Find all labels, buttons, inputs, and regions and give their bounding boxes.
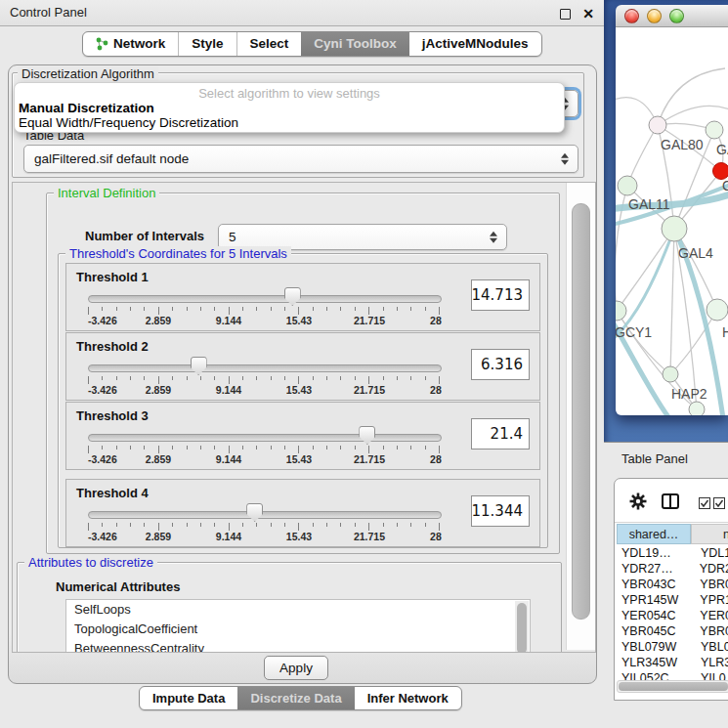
bottom-tabbar: Impute Data Discretize Data Infer Networ… — [139, 686, 462, 710]
tick-mark — [298, 376, 299, 384]
tick-mark — [368, 523, 369, 531]
close-icon[interactable]: ✕ — [582, 1, 594, 26]
tick-mark — [187, 523, 188, 527]
node-h[interactable] — [707, 299, 728, 321]
network-window-titlebar[interactable] — [616, 5, 728, 27]
node-gal11[interactable] — [618, 176, 637, 195]
dropdown-hint: Select algorithm to view settings — [15, 86, 564, 101]
tick-mark — [88, 307, 89, 315]
tab-cyni-toolbox[interactable]: Cyni Toolbox — [301, 32, 409, 56]
minimize-traffic-light-icon[interactable] — [647, 9, 662, 23]
apply-button[interactable]: Apply — [264, 656, 328, 680]
column-header-name[interactable]: name — [691, 524, 728, 544]
node-gcy1[interactable] — [616, 301, 626, 321]
tab-discretize-data[interactable]: Discretize Data — [237, 687, 354, 709]
table-row[interactable]: YDL19…YDL1 — [617, 545, 728, 561]
table-data-select[interactable]: galFiltered.sif default node — [23, 145, 578, 173]
threshold-2-value-field[interactable]: 6.316 — [471, 349, 530, 380]
tick-mark — [229, 446, 230, 453]
node-hap2[interactable] — [663, 366, 678, 382]
scrollbar-thumb[interactable] — [517, 603, 527, 653]
tick-mark — [187, 446, 188, 450]
threshold-2-slider-thumb[interactable] — [191, 357, 207, 375]
tick-mark — [425, 376, 426, 380]
node-gal4[interactable] — [662, 216, 687, 241]
network-icon — [96, 37, 108, 51]
scrollbar-thumb[interactable] — [572, 203, 590, 620]
tick-mark — [355, 523, 356, 527]
tick-mark — [313, 376, 314, 380]
tick-mark — [116, 523, 117, 527]
node-label-hap2: HAP2 — [671, 386, 707, 402]
threshold-1-panel: Threshold 1 -3.426 2.859 9.144 15.43 21.… — [65, 263, 540, 331]
dropdown-option-manual-discretization[interactable]: Manual Discretization — [19, 101, 154, 115]
tick-mark — [242, 307, 243, 311]
columns-icon[interactable] — [662, 493, 679, 509]
node-red-selected[interactable] — [713, 163, 728, 180]
scrollbar-thumb[interactable] — [619, 682, 728, 691]
tab-select[interactable]: Select — [236, 32, 302, 56]
column-header-shared-name[interactable]: shared… — [617, 524, 691, 544]
close-traffic-light-icon[interactable] — [624, 9, 639, 23]
tab-style[interactable]: Style — [178, 32, 236, 56]
table-horizontal-scrollbar[interactable] — [617, 680, 728, 693]
attributes-list-scrollbar[interactable] — [515, 601, 529, 653]
tick-mark — [326, 307, 327, 311]
node-gal80[interactable] — [649, 116, 666, 134]
tick-mark — [397, 307, 398, 311]
threshold-1-value-field[interactable]: 14.713 — [471, 279, 530, 311]
table-row[interactable]: YPR145WYPR1 — [617, 592, 728, 608]
gear-icon[interactable] — [628, 492, 648, 511]
tab-infer-network[interactable]: Infer Network — [355, 687, 461, 709]
node-partial[interactable] — [689, 402, 705, 415]
tick-mark — [187, 307, 188, 311]
list-item-betweennesscentrality[interactable]: BetweennessCentrality — [66, 639, 530, 653]
threshold-3-value-field[interactable]: 21.4 — [471, 418, 530, 450]
threshold-3-slider[interactable] — [88, 434, 442, 442]
tick-mark — [158, 446, 159, 453]
tab-jactivemnodules[interactable]: jActiveMNodules — [409, 32, 541, 56]
threshold-1-slider[interactable] — [88, 295, 442, 303]
table-row[interactable]: YER054CYER0 — [617, 608, 728, 623]
node-ga[interactable] — [706, 121, 723, 139]
threshold-4-value-field[interactable]: 11.344 — [471, 495, 530, 527]
table-row[interactable]: YBR045CYBR0 — [617, 623, 728, 639]
threshold-3-slider-thumb[interactable] — [359, 426, 375, 445]
tick-mark — [313, 446, 314, 450]
threshold-4-slider[interactable] — [88, 511, 442, 519]
table-row[interactable]: YLR345WYLR3 — [617, 655, 728, 670]
tick-mark — [242, 446, 243, 450]
tab-network[interactable]: Network — [83, 32, 178, 56]
tick-mark — [144, 446, 145, 450]
zoom-traffic-light-icon[interactable] — [669, 9, 684, 23]
checkbox-checked-icon[interactable] — [699, 497, 710, 509]
dropdown-option-equal-width-frequency[interactable]: Equal Width/Frequency Discretization — [19, 115, 238, 130]
threshold-1-slider-thumb[interactable] — [284, 287, 301, 306]
tick-mark — [298, 307, 299, 315]
tick-mark — [144, 523, 145, 527]
list-item-selfloops[interactable]: SelfLoops — [66, 600, 530, 620]
tick-mark — [214, 523, 215, 527]
float-window-icon[interactable] — [560, 9, 571, 20]
tick-mark — [340, 307, 341, 311]
list-item-topologicalcoefficient[interactable]: TopologicalCoefficient — [66, 620, 530, 639]
tick-mark — [172, 376, 173, 380]
tick-mark — [284, 446, 285, 450]
network-view-window[interactable]: GAL80 GA C GAL11 GAL4 GCY1 H HAP2 — [616, 5, 728, 415]
table-row[interactable]: YBR043CYBR0 — [617, 577, 728, 592]
tick-mark — [130, 307, 131, 311]
threshold-2-panel: Threshold 2 -3.426 2.859 9.144 15.43 21.… — [65, 332, 540, 401]
table-row[interactable]: YBL079WYBL0 — [617, 639, 728, 655]
tick-mark — [229, 376, 230, 384]
settings-panel-scrollbar[interactable] — [566, 183, 595, 650]
network-canvas[interactable]: GAL80 GA C GAL11 GAL4 GCY1 H HAP2 — [616, 27, 728, 415]
threshold-2-slider[interactable] — [88, 364, 442, 372]
checkbox-checked-icon[interactable] — [713, 497, 725, 509]
tick-mark — [88, 523, 89, 531]
tab-impute-data[interactable]: Impute Data — [140, 687, 237, 709]
tick-mark — [130, 376, 131, 380]
threshold-4-slider-thumb[interactable] — [246, 503, 263, 522]
table-row[interactable]: YDR27…YDR2 — [617, 561, 728, 577]
node-label-gal80: GAL80 — [661, 137, 704, 152]
tick-mark — [172, 307, 173, 311]
